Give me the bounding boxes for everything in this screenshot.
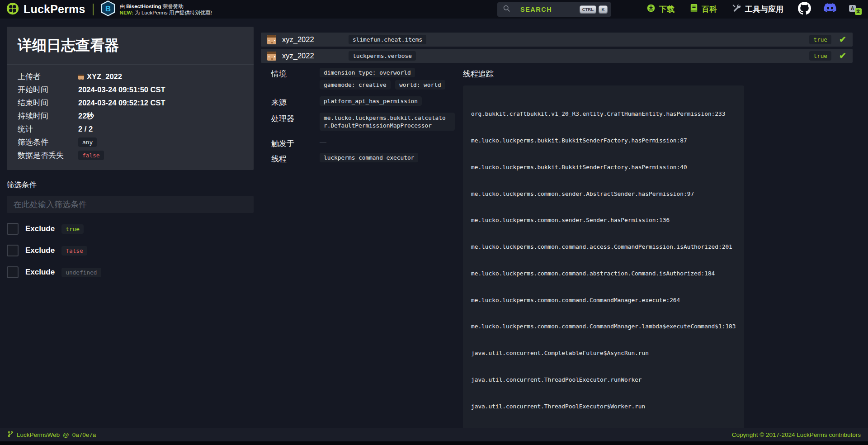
log-list: xyz_2022 slimefun.cheat.items true ✔ xyz… (261, 33, 853, 445)
sponsor-text: 由 BisectHosting 荣誉赞助 NEW: 为 LuckPerms 用户… (120, 3, 212, 16)
context-chip: dimension-type: overworld (320, 68, 415, 77)
field-caused-by: 触发于 — (271, 137, 463, 149)
trace-heading: 线程追踪 (463, 69, 853, 79)
footer-at: @ (63, 431, 69, 438)
context-chip: gamemode: creative (320, 80, 391, 90)
bisecthosting-logo-icon: B (101, 0, 115, 18)
meta-row-uploader: 上传者 XYZ_2022 (18, 70, 243, 83)
player-avatar-icon (267, 35, 276, 44)
detail-fields: 情境 dimension-type: overworld gamemode: c… (261, 68, 463, 445)
exclude-value-false: false (61, 246, 87, 256)
trace-line: me.lucko.luckperms.common.sender.Abstrac… (471, 189, 736, 199)
permission-chip: luckperms.verbose (349, 51, 416, 61)
trace-line: java.util.concurrent.CompletableFuture$A… (471, 349, 736, 358)
permission-chip: slimefun.cheat.items (349, 35, 426, 44)
sidebar: 详细日志查看器 上传者 XYZ_2022 开始时间 202 (7, 27, 254, 288)
nav-link-tools[interactable]: 工具与应用 (732, 4, 783, 15)
trace-line: me.lucko.luckperms.bukkit.BukkitSenderFa… (471, 136, 736, 145)
trace-line: me.lucko.luckperms.common.command.abstra… (471, 269, 736, 278)
uploader-avatar-icon (78, 74, 84, 80)
thread-chip: luckperms-command-executor (320, 153, 418, 162)
field-thread: 线程 luckperms-command-executor (271, 153, 463, 165)
meta-table: 上传者 XYZ_2022 开始时间 2024-03-24 09:51:50 CS… (7, 65, 254, 170)
github-icon[interactable] (798, 2, 811, 17)
sponsor-new-badge: NEW: (120, 10, 133, 15)
bottom-strip (0, 441, 868, 445)
check-icon: ✔ (839, 35, 846, 44)
search-label: SEARCH (520, 6, 552, 13)
caused-by-value: — (320, 136, 326, 145)
player-avatar-icon (267, 52, 276, 61)
trace-line: me.lucko.luckperms.common.command.access… (471, 242, 736, 251)
sponsor-banner[interactable]: B 由 BisectHosting 荣誉赞助 NEW: 为 LuckPerms … (101, 0, 212, 18)
download-icon (646, 4, 656, 15)
exclude-checkbox-undefined[interactable] (7, 266, 19, 278)
meta-row-duration: 持续时间 22秒 (18, 109, 243, 123)
trace-line: java.util.concurrent.ThreadPoolExecutor$… (471, 402, 736, 411)
origin-chip: platform_api_has_permission (320, 96, 422, 106)
footer-copyright: Copyright © 2017-2024 LuckPerms contribu… (732, 431, 861, 438)
nav-link-download[interactable]: 下载 (646, 4, 675, 15)
field-processor: 处理器 me.lucko.luckperms.bukkit.calculator… (271, 113, 463, 133)
page-title: 详细日志查看器 (7, 27, 254, 65)
meta-row-count: 统计 2 / 2 (18, 123, 243, 136)
trace-panel: org.bukkit.craftbukkit.v1_20_R3.entity.C… (463, 85, 744, 445)
uploader-name[interactable]: XYZ_2022 (87, 72, 122, 81)
navbar: LuckPerms B 由 BisectHosting 荣誉赞助 NEW: 为 … (0, 0, 868, 19)
brand[interactable]: LuckPerms (6, 2, 85, 17)
exclude-options: Exclude true Exclude false Exclude undef… (7, 223, 254, 278)
exclude-row-undefined: Exclude undefined (7, 266, 254, 278)
trace-line: me.lucko.luckperms.bukkit.BukkitSenderFa… (471, 163, 736, 172)
git-branch-icon (7, 431, 14, 439)
row-username: xyz_2022 (282, 35, 349, 44)
processor-chip: me.lucko.luckperms.bukkit.calculator.Def… (320, 113, 455, 131)
luckperms-logo-icon (6, 2, 19, 17)
trace-line: me.lucko.luckperms.common.command.Comman… (471, 296, 736, 305)
log-row-2[interactable]: xyz_2022 luckperms.verbose true ✔ (261, 49, 853, 63)
trace-line: org.bukkit.craftbukkit.v1_20_R3.entity.C… (471, 109, 736, 118)
exclude-row-true: Exclude true (7, 223, 254, 235)
trace-line: java.util.concurrent.ThreadPoolExecutor.… (471, 375, 736, 384)
trace-section: 线程追踪 org.bukkit.craftbukkit.v1_20_R3.ent… (463, 68, 853, 445)
trace-line: me.lucko.luckperms.common.command.Comman… (471, 322, 736, 331)
footer-app-name: LuckPermsWeb (17, 431, 60, 438)
result-chip: true (809, 35, 831, 44)
meta-row-filter: 筛选条件 any (18, 136, 243, 149)
exclude-value-true: true (61, 224, 84, 234)
footer-commit-hash: 0a70e7a (72, 431, 96, 438)
nav-link-wiki[interactable]: 百科 (690, 4, 717, 15)
filter-input[interactable] (7, 196, 254, 213)
search-icon (503, 5, 510, 14)
field-origin: 来源 platform_api_has_permission (271, 96, 463, 109)
translate-icon[interactable]: A 文 (849, 4, 862, 15)
footer-version-link[interactable]: LuckPermsWeb @ 0a70e7a (7, 431, 96, 439)
trace-line: me.lucko.luckperms.common.sender.Sender.… (471, 216, 736, 225)
log-detail: 情境 dimension-type: overworld gamemode: c… (261, 68, 853, 445)
log-info-panel: 详细日志查看器 上传者 XYZ_2022 开始时间 202 (7, 27, 254, 170)
row-username: xyz_2022 (282, 52, 349, 60)
tools-icon (732, 4, 741, 15)
context-chip: world: world (395, 80, 445, 90)
check-icon: ✔ (839, 52, 846, 60)
meta-row-start-time: 开始时间 2024-03-24 09:51:50 CST (18, 83, 243, 96)
truncated-chip: false (78, 151, 104, 160)
book-icon (690, 4, 698, 15)
result-chip: true (809, 51, 831, 61)
exclude-checkbox-false[interactable] (7, 245, 19, 256)
exclude-row-false: Exclude false (7, 245, 254, 256)
svg-text:B: B (105, 5, 111, 13)
key-ctrl: CTRL (580, 5, 596, 13)
field-contexts: 情境 dimension-type: overworld gamemode: c… (271, 68, 463, 92)
search-shortcut: CTRL K (580, 5, 608, 13)
meta-row-end-time: 结束时间 2024-03-24 09:52:12 CST (18, 96, 243, 109)
brand-title: LuckPerms (24, 3, 85, 16)
filter-mode-chip: any (78, 137, 97, 147)
meta-row-truncated: 数据是否丢失 false (18, 149, 243, 162)
search-box[interactable]: SEARCH CTRL K (497, 2, 611, 17)
log-row-1[interactable]: xyz_2022 slimefun.cheat.items true ✔ (261, 33, 853, 47)
exclude-checkbox-true[interactable] (7, 223, 19, 235)
filter-heading: 筛选条件 (7, 180, 254, 190)
discord-icon[interactable] (823, 3, 837, 16)
navbar-divider (93, 4, 94, 15)
key-k: K (599, 5, 608, 13)
